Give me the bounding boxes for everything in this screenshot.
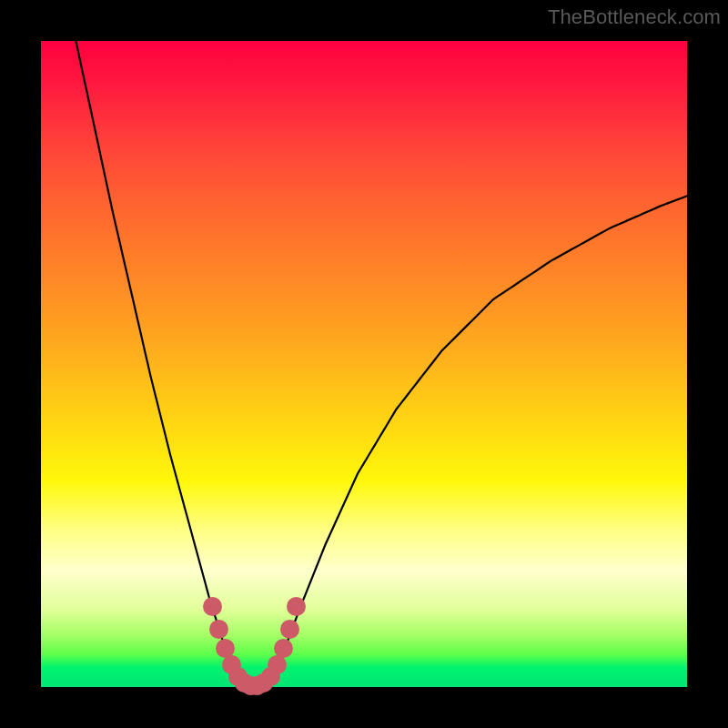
attribution-label: TheBottleneck.com bbox=[0, 7, 728, 27]
curve-right bbox=[270, 196, 687, 682]
data-marker bbox=[203, 597, 222, 616]
curve-svg bbox=[41, 41, 687, 687]
data-marker bbox=[287, 597, 306, 616]
data-marker bbox=[274, 639, 293, 658]
curve-left bbox=[76, 41, 241, 683]
data-marker bbox=[209, 620, 228, 639]
data-marker bbox=[280, 620, 299, 639]
plot-area bbox=[41, 41, 687, 687]
chart-container: TheBottleneck.com bbox=[0, 0, 728, 728]
